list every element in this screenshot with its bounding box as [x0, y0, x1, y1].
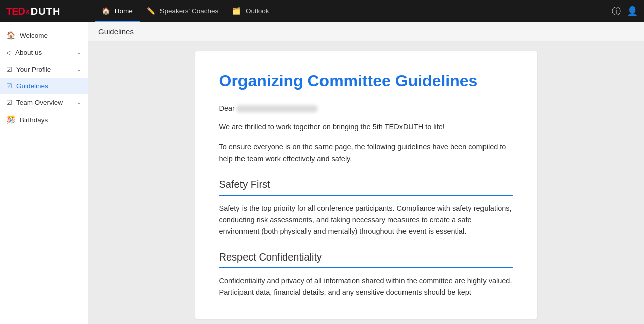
sidebar: 🏠 Welcome ◁ About us ⌄ ☑ Your Profile ⌄ … [0, 22, 88, 324]
main-inner: Organizing Committee Guidelines Dear We … [98, 51, 634, 314]
nav-items: 🏠 Home ✏️ Speakers' Coaches 🗂️ Outlook [95, 0, 612, 22]
logo-duth: DUTH [31, 6, 61, 17]
logo-x: x [26, 7, 30, 15]
section-title-confidentiality: Respect Confidentiality [219, 251, 513, 268]
content-card: Organizing Committee Guidelines Dear We … [195, 51, 537, 319]
welcome-icon: 🏠 [6, 31, 16, 40]
intro-text-1: We are thrilled to work together on brin… [219, 121, 513, 133]
sidebar-item-your-profile[interactable]: ☑ Your Profile ⌄ [0, 61, 88, 78]
help-icon[interactable]: ⓘ [612, 5, 621, 17]
sidebar-item-welcome[interactable]: 🏠 Welcome [0, 26, 88, 44]
intro-text-2: To ensure everyone is on the same page, … [219, 141, 513, 164]
sidebar-item-birthdays[interactable]: 🎊 Birthdays [0, 111, 88, 129]
nav-item-home[interactable]: 🏠 Home [95, 0, 140, 22]
page-header: Guidelines [88, 22, 644, 41]
birthdays-icon: 🎊 [6, 115, 16, 124]
right-area: Guidelines Organizing Committee Guidelin… [88, 22, 644, 324]
chevron-down-icon-team: ⌄ [77, 99, 82, 106]
chevron-down-icon: ⌄ [77, 49, 82, 56]
logo[interactable]: TEDx DUTH [6, 6, 87, 17]
top-navigation: TEDx DUTH 🏠 Home ✏️ Speakers' Coaches 🗂️… [0, 0, 644, 22]
your-profile-icon: ☑ [6, 66, 12, 73]
logo-ted: TED [6, 6, 25, 17]
about-us-icon: ◁ [6, 49, 11, 56]
chevron-down-icon-profile: ⌄ [77, 66, 82, 73]
recipient-name [237, 105, 317, 112]
sidebar-item-about-us[interactable]: ◁ About us ⌄ [0, 44, 88, 61]
section-body-safety: Safety is the top priority for all confe… [219, 203, 513, 238]
nav-item-speakers-coaches[interactable]: ✏️ Speakers' Coaches [140, 0, 225, 22]
sidebar-item-team-overview[interactable]: ☑ Team Overview ⌄ [0, 94, 88, 111]
dear-line: Dear [219, 104, 513, 112]
section-title-safety: Safety First [219, 179, 513, 196]
guidelines-icon: ☑ [6, 82, 12, 90]
section-body-confidentiality: Confidentiality and privacy of all infor… [219, 275, 513, 298]
main-area: Organizing Committee Guidelines Dear We … [88, 41, 644, 324]
page-title: Guidelines [98, 27, 134, 36]
dear-label: Dear [219, 104, 235, 112]
card-title: Organizing Committee Guidelines [219, 72, 513, 90]
user-icon[interactable]: 👤 [627, 6, 638, 17]
sidebar-item-guidelines[interactable]: ☑ Guidelines [0, 78, 88, 94]
content-wrap: 🏠 Welcome ◁ About us ⌄ ☑ Your Profile ⌄ … [0, 22, 644, 324]
team-overview-icon: ☑ [6, 99, 12, 106]
topnav-right: ⓘ 👤 [612, 5, 638, 17]
nav-item-outlook[interactable]: 🗂️ Outlook [225, 0, 276, 22]
